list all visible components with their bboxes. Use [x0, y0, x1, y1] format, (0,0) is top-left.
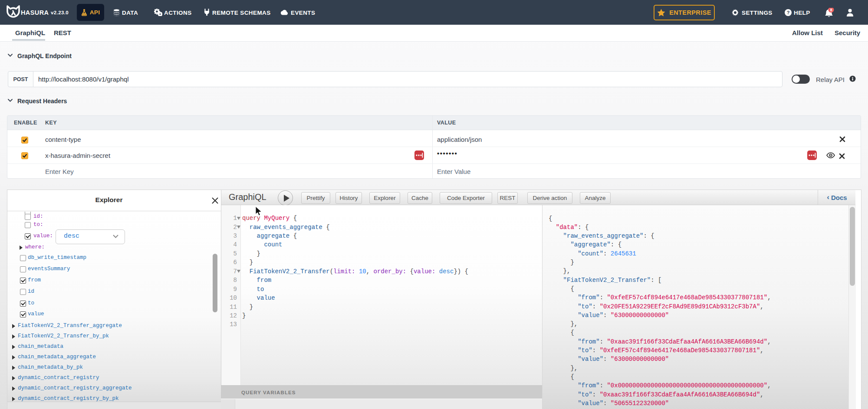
svg-text:?: ?: [787, 10, 790, 15]
svg-text:8: 8: [830, 8, 832, 12]
